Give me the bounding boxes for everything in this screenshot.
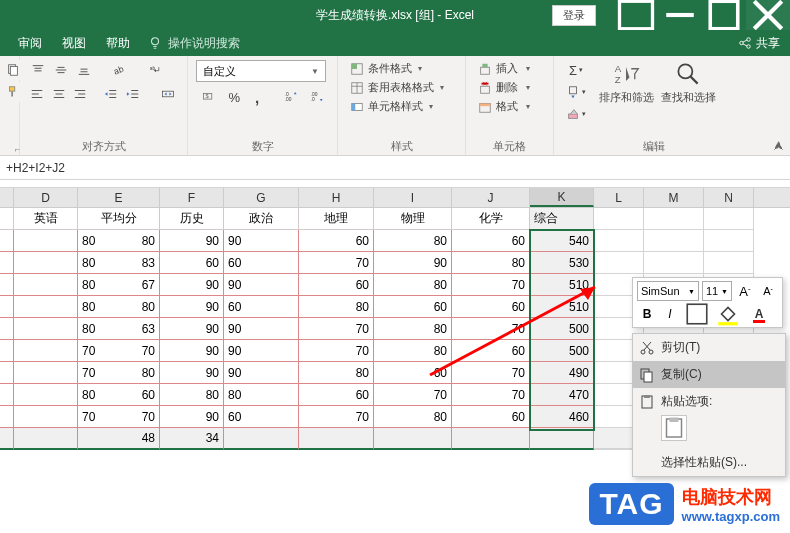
cell[interactable] <box>14 384 78 406</box>
col-header-E[interactable]: E <box>78 188 160 207</box>
col-header-I[interactable]: I <box>374 188 452 207</box>
format-cells-button[interactable]: 格式▾ <box>474 98 545 115</box>
cell[interactable] <box>14 340 78 362</box>
cell[interactable] <box>0 362 14 384</box>
cell[interactable] <box>0 274 14 296</box>
col-header-M[interactable]: M <box>644 188 704 207</box>
cell[interactable] <box>0 406 14 428</box>
fill-button[interactable]: ▾ <box>562 82 590 102</box>
cell[interactable]: 60 <box>299 384 374 406</box>
cell[interactable]: 90 <box>224 362 299 384</box>
cell[interactable] <box>594 252 644 274</box>
cell[interactable]: 8063 <box>78 318 160 340</box>
cell[interactable]: 80 <box>224 384 299 406</box>
cell[interactable]: 80 <box>299 362 374 384</box>
align-center-button[interactable] <box>49 84 67 104</box>
cell[interactable]: 70 <box>374 384 452 406</box>
cell[interactable]: 34 <box>160 428 224 450</box>
hdr-geography[interactable]: 地理 <box>299 208 374 230</box>
increase-decimal-button[interactable]: .0.00 <box>279 87 303 107</box>
increase-indent-button[interactable] <box>124 84 142 104</box>
decrease-decimal-button[interactable]: .00.0 <box>305 87 329 107</box>
ctx-copy[interactable]: 复制(C) <box>633 361 785 388</box>
autosum-button[interactable]: Σ▾ <box>562 60 590 80</box>
cell[interactable]: 90 <box>224 318 299 340</box>
wrap-text-button[interactable]: ab <box>144 60 168 80</box>
cell[interactable]: 7070 <box>78 406 160 428</box>
format-as-table-button[interactable]: 套用表格格式▾ <box>346 79 457 96</box>
cell[interactable]: 60 <box>299 274 374 296</box>
cell[interactable]: 80 <box>299 296 374 318</box>
ribbon-display-options-icon[interactable] <box>614 0 658 30</box>
cell[interactable]: 7070 <box>78 340 160 362</box>
decrease-font-button[interactable]: Aˇ <box>758 281 778 301</box>
col-header-F[interactable]: F <box>160 188 224 207</box>
orientation-button[interactable]: ab <box>108 60 128 80</box>
login-button[interactable]: 登录 <box>552 5 596 26</box>
cell[interactable] <box>0 340 14 362</box>
maximize-icon[interactable] <box>702 0 746 30</box>
merge-center-button[interactable] <box>157 84 179 104</box>
accounting-format-button[interactable]: $ <box>196 87 222 107</box>
cell-styles-button[interactable]: 单元格样式▾ <box>346 98 457 115</box>
hdr-physics[interactable]: 物理 <box>374 208 452 230</box>
cell[interactable] <box>704 252 754 274</box>
col-header-L[interactable]: L <box>594 188 644 207</box>
mini-font-dropdown[interactable]: SimSun▼ <box>637 281 699 301</box>
col-header-H[interactable]: H <box>299 188 374 207</box>
hdr-chemistry[interactable]: 化学 <box>452 208 530 230</box>
align-right-button[interactable] <box>71 84 89 104</box>
hdr-history[interactable]: 历史 <box>160 208 224 230</box>
cell[interactable] <box>14 428 78 450</box>
cell[interactable] <box>530 428 594 450</box>
comma-button[interactable]: , <box>247 87 267 107</box>
cell[interactable] <box>644 230 704 252</box>
close-icon[interactable] <box>746 0 790 30</box>
hdr-total[interactable]: 综合 <box>530 208 594 230</box>
align-top-button[interactable] <box>28 60 48 80</box>
cell[interactable]: 60 <box>452 406 530 428</box>
find-select-button[interactable]: 查找和选择 <box>660 60 716 105</box>
align-left-button[interactable] <box>28 84 46 104</box>
cell[interactable] <box>14 296 78 318</box>
cell[interactable]: 60 <box>224 252 299 274</box>
cell[interactable] <box>0 428 14 450</box>
cell[interactable]: 90 <box>224 274 299 296</box>
cell[interactable]: 60 <box>224 296 299 318</box>
cell[interactable] <box>14 274 78 296</box>
cell[interactable]: 8060 <box>78 384 160 406</box>
cell[interactable] <box>0 252 14 274</box>
align-bottom-button[interactable] <box>74 60 94 80</box>
delete-cells-button[interactable]: 删除▾ <box>474 79 545 96</box>
cell[interactable]: 90 <box>224 340 299 362</box>
cell[interactable]: 7080 <box>78 362 160 384</box>
cell[interactable]: 470 <box>530 384 594 406</box>
cell[interactable]: 60 <box>299 230 374 252</box>
tab-view[interactable]: 视图 <box>52 31 96 56</box>
hdr-average[interactable]: 平均分 <box>78 208 160 230</box>
hdr-english[interactable]: 英语 <box>14 208 78 230</box>
cell[interactable]: 90 <box>160 340 224 362</box>
cell[interactable]: 80 <box>160 384 224 406</box>
cell[interactable]: 530 <box>530 252 594 274</box>
cell[interactable]: 90 <box>160 318 224 340</box>
italic-button[interactable]: I <box>660 304 680 324</box>
cell[interactable] <box>14 230 78 252</box>
cell[interactable]: 90 <box>160 362 224 384</box>
percent-button[interactable]: % <box>225 87 245 107</box>
col-header-blank[interactable] <box>0 188 14 207</box>
align-middle-button[interactable] <box>51 60 71 80</box>
cell[interactable]: 70 <box>452 384 530 406</box>
cell[interactable]: 8083 <box>78 252 160 274</box>
bold-button[interactable]: B <box>637 304 657 324</box>
cell[interactable]: 80 <box>452 252 530 274</box>
dialog-launcher-icon[interactable]: ⌐ <box>15 144 20 154</box>
cell[interactable]: 90 <box>160 406 224 428</box>
cell[interactable] <box>452 428 530 450</box>
cell[interactable]: 90 <box>160 230 224 252</box>
tab-review[interactable]: 审阅 <box>8 31 52 56</box>
insert-cells-button[interactable]: 插入▾ <box>474 60 545 77</box>
cell[interactable]: 8067 <box>78 274 160 296</box>
cell[interactable]: 8080 <box>78 296 160 318</box>
minimize-icon[interactable] <box>658 0 702 30</box>
